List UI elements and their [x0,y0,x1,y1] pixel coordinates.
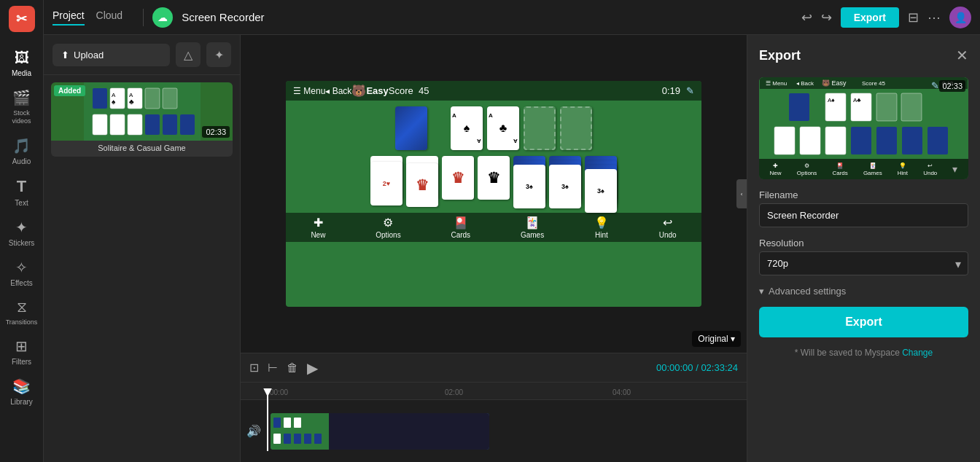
card-3-spades-6[interactable]: 3♠ [549,165,581,208]
timecode: 00:00:00 / 02:33:24 [656,362,738,373]
sidebar-label-media: Media [12,69,31,77]
filename-input[interactable] [759,203,968,227]
undo-label: Undo [659,231,677,239]
export-main-button[interactable]: Export [759,307,968,337]
game-action-games[interactable]: 🃏 Games [521,216,544,239]
collapse-handle[interactable]: ‹ [736,179,747,208]
svg-rect-24 [314,434,322,444]
svg-rect-18 [284,418,291,428]
game-action-hint[interactable]: 💡 Hint [594,216,609,239]
video-clip[interactable] [271,413,489,450]
logo-icon: ✂ [16,11,27,27]
preview-area: ☰ Menu ◂ Back 🐻 Easy Score 45 0:19 ✎ [241,35,747,462]
export-close-button[interactable]: ✕ [956,47,968,64]
cards-label: Cards [451,231,470,239]
app-logo[interactable]: ✂ [9,6,35,32]
card-king-clubs[interactable]: ♛ [478,156,510,200]
upload-button[interactable]: ⬆ Upload [52,44,170,66]
ace-spades-foundation[interactable]: A ♠ A [451,106,483,150]
svg-rect-42 [851,127,871,154]
svg-rect-39 [774,127,795,154]
filters-icon: ⊞ [15,337,28,355]
export-edit-icon[interactable]: ✎ [931,80,939,91]
game-back-btn[interactable]: ◂ Back [325,86,351,96]
deck-card[interactable] [395,106,427,150]
avatar[interactable]: 👤 [949,7,971,28]
tab-cloud[interactable]: Cloud [96,9,123,26]
game-bottom-bar: ✚ New ⚙ Options 🎴 Cards 🃏 [286,213,701,242]
split-btn[interactable]: ⊢ [268,361,278,375]
sidebar-item-audio[interactable]: 🎵 Audio [0,131,43,171]
svg-rect-8 [145,88,160,109]
game-action-undo[interactable]: ↩ Undo [659,216,677,239]
svg-rect-38 [901,93,922,121]
redo-button[interactable]: ↪ [821,9,832,26]
card-3-spades-7[interactable]: 3♠ [585,169,617,213]
top-bar: Project Cloud ☁ Screen Recorder ↩ ↪ Expo… [44,0,980,35]
tab-project[interactable]: Project [52,9,85,26]
game-action-options[interactable]: ⚙ Options [376,216,400,239]
change-link[interactable]: Change [902,348,933,358]
game-difficulty: Easy [366,85,388,96]
dropbox-btn[interactable]: ✦ [206,42,231,67]
card-3-spades-5[interactable]: 3♠ [513,165,545,208]
sidebar-item-media[interactable]: 🖼 Media [0,44,43,83]
game-action-cards[interactable]: 🎴 Cards [451,216,470,239]
cards-icon: 🎴 [454,216,468,230]
sidebar-item-stock-videos[interactable]: 🎬 Stock videos [0,83,43,131]
more-button[interactable]: ⋯ [928,9,941,26]
sidebar-label-library: Library [10,398,33,406]
export-thumb-cards: 🎴Cards [832,163,847,176]
body-row: ⬆ Upload △ ✦ [44,35,980,462]
timeline-controls: ⊡ ⊢ 🗑 ▶ 00:00:00 / 02:33:24 [241,353,747,383]
transitions-icon: ⧖ [17,299,27,316]
delete-btn[interactable]: 🗑 [287,361,298,375]
svg-rect-17 [273,418,281,428]
playhead[interactable] [267,393,268,451]
advanced-chevron-icon: ▾ [759,286,764,297]
aspect-ratio-badge[interactable]: Original ▾ [692,331,741,347]
svg-rect-44 [902,127,922,154]
tableau-stack-2: 10♣ ♛ [406,156,438,207]
resolution-select[interactable]: 720p 1080p 480p 360p [759,251,968,275]
clip-thumb-svg [271,413,329,450]
top-export-button[interactable]: Export [841,7,899,28]
svg-rect-37 [876,93,897,121]
card-2-hearts[interactable]: 2♥ [370,162,402,205]
media-item[interactable]: A ♠ A ♣ [51,82,233,157]
card-king-hearts[interactable]: ♛ [406,163,438,207]
tableau-stack-1: 4♠ 2♥ [370,156,402,207]
game-time: 0:19 [662,85,680,96]
sidebar-item-text[interactable]: T Text [0,171,43,213]
export-preview-thumb: ☰ Menu ◂ Back 🐻 Easy Score 45 0:19 A♠ A♣ [759,77,968,179]
svg-text:☰ Menu: ☰ Menu [766,80,787,87]
play-button[interactable]: ▶ [307,359,318,377]
monitor-btn[interactable]: ⊡ [249,361,259,375]
undo-button[interactable]: ↩ [801,9,812,26]
bear-icon: 🐻 [351,84,366,98]
sidebar-item-library[interactable]: 📚 Library [0,372,43,412]
layout-button[interactable]: ⊟ [908,9,919,26]
export-thumb-bar: ✚New ⚙Options 🎴Cards 🃏Games 💡Hint ↩Undo … [759,159,968,179]
game-menu-btn[interactable]: ☰ Menu [293,86,325,96]
cloud-btn[interactable]: △ [176,42,201,67]
sidebar-item-transitions[interactable]: ⧖ Transitions [0,293,43,332]
sidebar-item-filters[interactable]: ⊞ Filters [0,332,43,372]
advanced-settings-toggle[interactable]: ▾ Advanced settings [759,286,968,297]
svg-rect-19 [294,418,301,428]
svg-rect-9 [163,88,177,109]
svg-rect-43 [876,127,897,154]
sidebar-item-stickers[interactable]: ✦ Stickers [0,213,43,253]
resolution-section: Resolution 720p 1080p 480p 360p ▾ [759,238,968,275]
media-icon: 🖼 [15,50,29,66]
svg-rect-15 [180,114,195,135]
timeline-track: 🔊 [241,400,747,462]
save-info-text: * Will be saved to Myspace [795,348,900,358]
track-content[interactable] [267,413,741,450]
sidebar-item-effects[interactable]: ✧ Effects [0,253,43,293]
card-queen-hearts[interactable]: ♛ [442,156,474,200]
ace-clubs-foundation[interactable]: A ♣ A [487,106,519,150]
media-duration: 02:33 [202,126,230,138]
game-action-new[interactable]: ✚ New [311,216,325,239]
top-cards-row: A ♠ A A ♣ A [293,106,694,150]
